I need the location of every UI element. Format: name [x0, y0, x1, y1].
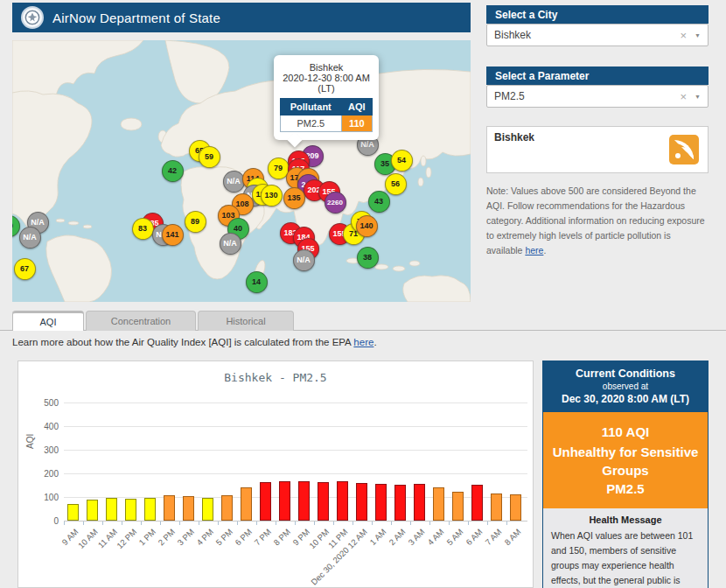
- aqi-bar[interactable]: [491, 494, 502, 521]
- popup-pollutant-value: PM2.5: [281, 116, 342, 132]
- clear-icon[interactable]: ×: [674, 29, 693, 42]
- current-conditions-panel: Current Conditions observed at Dec 30, 2…: [542, 360, 709, 588]
- x-axis-line: [64, 521, 527, 522]
- chart-gridline: [64, 426, 527, 427]
- aqi-marker[interactable]: 56: [385, 173, 407, 195]
- tab-concentration[interactable]: Concentration: [86, 311, 196, 331]
- x-axis-tickmark: [295, 522, 296, 525]
- aqi-marker[interactable]: N/A: [293, 249, 315, 271]
- city-select-header: Select a City: [486, 5, 709, 24]
- popup-datetime: 2020-12-30 8:00 AM: [279, 73, 373, 83]
- clear-icon[interactable]: ×: [674, 90, 693, 103]
- aqi-bar[interactable]: [433, 487, 444, 521]
- aqi-marker[interactable]: N/A: [19, 227, 41, 248]
- aqi-bar[interactable]: [337, 481, 348, 521]
- x-axis-tickmark: [487, 522, 488, 525]
- aqi-bar[interactable]: [164, 495, 175, 521]
- aqi-marker[interactable]: 140: [356, 215, 378, 237]
- aqi-bar[interactable]: [241, 487, 252, 521]
- chevron-down-icon[interactable]: ▼: [693, 32, 701, 38]
- aqi-marker[interactable]: 89: [185, 211, 206, 233]
- aqi-bar[interactable]: [260, 482, 271, 521]
- city-select-value: Bishkek: [494, 29, 674, 41]
- learn-more-text: Learn more about how the Air Quality Ind…: [12, 337, 377, 347]
- x-axis-tickmark: [429, 522, 430, 525]
- aqi-bar[interactable]: [106, 498, 117, 521]
- chart-gridline: [64, 473, 527, 474]
- aqi-marker[interactable]: 43: [368, 191, 390, 213]
- rss-icon[interactable]: [669, 135, 699, 164]
- aqi-bar[interactable]: [510, 494, 521, 521]
- x-axis-tickmark: [449, 522, 450, 525]
- x-axis-tickmark: [333, 522, 334, 525]
- aqi-marker[interactable]: 67: [14, 258, 36, 280]
- aqi-bar[interactable]: [67, 504, 79, 521]
- note-here-link[interactable]: here: [525, 245, 543, 256]
- x-axis-tickmark: [237, 522, 238, 525]
- y-axis-tick: 300: [32, 445, 59, 455]
- feed-box: Bishkek: [486, 126, 709, 173]
- aqi-bar[interactable]: [394, 485, 406, 521]
- x-axis-tickmark: [199, 522, 199, 525]
- aqi-marker[interactable]: 54: [391, 150, 413, 172]
- chart-plot-area: AQI 01002003004005009 AM10 AM11 AM12 PM1…: [18, 361, 534, 588]
- aqi-bar[interactable]: [125, 499, 136, 521]
- popup-city: Bishkek: [279, 62, 373, 73]
- aqi-bar[interactable]: [298, 481, 310, 521]
- aqi-bar[interactable]: [452, 492, 464, 521]
- aqi-marker[interactable]: 59: [199, 146, 220, 168]
- x-axis-tickmark: [160, 522, 161, 525]
- x-axis-tickmark: [83, 522, 84, 525]
- aqi-bar[interactable]: [375, 484, 387, 521]
- aqi-marker[interactable]: 38: [357, 247, 379, 269]
- x-axis-tickmark: [372, 522, 373, 525]
- aqi-marker[interactable]: 141: [162, 224, 184, 246]
- x-axis-tickmark: [410, 522, 411, 525]
- x-axis-tickmark: [468, 522, 469, 525]
- tab-aqi[interactable]: AQI: [12, 311, 84, 331]
- aqi-bar[interactable]: [144, 498, 156, 521]
- popup-aqi-value: 110: [341, 116, 372, 132]
- learn-more-here-link[interactable]: here: [353, 337, 373, 347]
- aqi-pollutant-line: PM2.5: [550, 480, 701, 498]
- aqi-marker[interactable]: 42: [162, 160, 184, 182]
- aqi-marker[interactable]: N/A: [220, 233, 241, 255]
- parameter-select[interactable]: PM2.5 × ▼: [486, 85, 709, 108]
- aqi-bar[interactable]: [471, 485, 483, 521]
- app-header: AirNow Department of State: [12, 3, 471, 32]
- note-text: Note: Values above 500 are considered Be…: [486, 186, 705, 256]
- aqi-bar[interactable]: [279, 481, 290, 521]
- x-axis-tickmark: [218, 522, 219, 525]
- aqi-marker[interactable]: 130: [261, 185, 283, 206]
- aqi-marker[interactable]: 2260: [325, 192, 346, 214]
- aqi-marker[interactable]: 83: [132, 218, 154, 240]
- note-suffix: .: [543, 245, 546, 256]
- aqi-summary-block: 110 AQI Unhealthy for Sensitive Groups P…: [543, 412, 708, 508]
- current-conditions-title: Current Conditions: [547, 368, 704, 380]
- x-axis-tickmark: [353, 522, 353, 525]
- world-aqi-map[interactable]: 50N/AN/A67655942N/A11483N/A1211301081034…: [12, 40, 471, 302]
- aqi-marker[interactable]: 135: [283, 187, 305, 209]
- parameter-select-header: Select a Parameter: [486, 66, 709, 85]
- aqi-bar[interactable]: [221, 495, 233, 521]
- tab-historical[interactable]: Historical: [198, 311, 294, 331]
- app-title: AirNow Department of State: [52, 10, 220, 25]
- aqi-bar[interactable]: [202, 498, 213, 521]
- aqi-marker[interactable]: 14: [246, 271, 268, 293]
- aqi-bar[interactable]: [318, 482, 329, 521]
- x-axis-tickmark: [122, 522, 122, 525]
- aqi-bar[interactable]: [356, 483, 367, 521]
- x-axis-tickmark: [256, 522, 257, 525]
- city-select[interactable]: Bishkek × ▼: [486, 24, 709, 46]
- health-message-text: When AQI values are between 101 and 150,…: [551, 528, 700, 588]
- sidebar: Select a City Bishkek × ▼ Select a Param…: [486, 0, 709, 258]
- aqi-marker[interactable]: N/A: [223, 171, 245, 192]
- chevron-down-icon[interactable]: ▼: [693, 94, 701, 100]
- y-axis-tick: 400: [32, 422, 59, 431]
- y-axis-tick: 500: [32, 398, 59, 408]
- aqi-bar[interactable]: [87, 500, 98, 521]
- popup-timezone: (LT): [279, 83, 373, 94]
- aqi-bar[interactable]: [183, 496, 194, 521]
- aqi-bar[interactable]: [414, 484, 425, 521]
- health-message-title: Health Message: [551, 514, 700, 525]
